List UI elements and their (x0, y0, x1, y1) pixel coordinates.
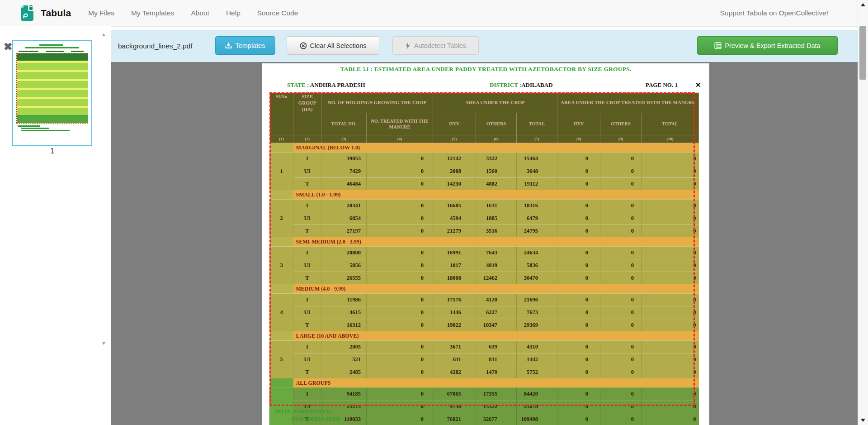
filename-label: background_lines_2.pdf (118, 30, 193, 62)
clear-all-selections-button[interactable]: Clear All Selections (287, 36, 379, 55)
sidebar-scroll-down-icon[interactable]: ▼ (101, 340, 106, 346)
scroll-down-icon[interactable] (861, 419, 865, 422)
vertical-scrollbar[interactable] (858, 0, 868, 425)
thumbnail-note-line (21, 128, 49, 129)
scroll-up-icon[interactable] (861, 3, 865, 6)
district-value: ADILABAD (521, 81, 552, 88)
table-cell: 76821 (433, 413, 476, 425)
templates-label: Templates (235, 42, 265, 49)
thumbnail-page-number: 1 (12, 147, 92, 156)
circle-x-icon (300, 42, 307, 49)
thumbnail-note-line (18, 125, 40, 127)
table-cell: 0 (557, 413, 600, 425)
clear-all-selections-label: Clear All Selections (310, 42, 367, 49)
preview-export-label: Preview & Export Extracted Data (725, 42, 820, 49)
table-selection-overlay[interactable] (269, 92, 695, 406)
thumbnail-text-line (39, 44, 63, 46)
navbar: Tabula My Files My Templates About Help … (0, 0, 868, 27)
nav-about[interactable]: About (191, 9, 209, 17)
nav-help[interactable]: Help (226, 9, 241, 17)
district-field: DISTRICT :ADILABAD (490, 81, 553, 89)
tabula-logo-icon (20, 5, 34, 22)
page-no-label: PAGE NO. 1 (646, 81, 678, 89)
support-link[interactable]: Support Tabula on OpenCollective! (720, 9, 828, 17)
pdf-note-line-2: UI-UNIRRIGATED (292, 416, 340, 423)
thumbnail-note-line (21, 130, 70, 131)
state-field: STATE : ANDHRA PRADESH (287, 81, 365, 89)
templates-button[interactable]: Templates (215, 36, 275, 55)
nav-links: My Files My Templates About Help Source … (88, 9, 315, 17)
page-thumbnail-sidebar: ✖ 1 ▲ ▼ (0, 26, 111, 425)
delete-selection-icon[interactable]: ✕ (695, 81, 701, 89)
pdf-page-canvas[interactable]: TABLE 5J : ESTIMATED AREA UNDER PADDY TR… (262, 63, 709, 425)
table-cell: 32677 (476, 413, 517, 425)
toolbar: background_lines_2.pdf Templates Clear A… (111, 30, 858, 62)
lightning-icon (405, 42, 411, 49)
preview-export-button[interactable]: Preview & Export Extracted Data (697, 36, 838, 55)
table-cell: 0 (367, 413, 433, 425)
table-cell: 0 (642, 413, 699, 425)
thumbnail-text-line (25, 47, 79, 48)
table-cell: 0 (600, 413, 642, 425)
table-cell: 109498 (517, 413, 557, 425)
brand-title: Tabula (41, 8, 71, 19)
state-label: STATE : (287, 81, 309, 88)
nav-my-templates[interactable]: My Templates (131, 9, 174, 17)
save-template-icon (225, 42, 232, 49)
sidebar-scroll-up-icon[interactable]: ▲ (101, 32, 106, 37)
thumbnail-text-line (71, 51, 84, 52)
scrollbar-thumb[interactable] (859, 26, 866, 80)
nav-source-code[interactable]: Source Code (257, 9, 298, 17)
thumbnail-text-line (46, 51, 64, 52)
brand-link[interactable]: Tabula (20, 5, 71, 22)
autodetect-tables-button[interactable]: Autodetect Tables (392, 36, 479, 55)
page-thumbnail[interactable] (12, 40, 92, 146)
table-list-icon (714, 42, 722, 49)
state-value: ANDHRA PRADESH (310, 81, 365, 88)
pdf-note-line-1: NOTE: I-IRRIGATED (275, 408, 330, 415)
pdf-viewer-area: TABLE 5J : ESTIMATED AREA UNDER PADDY TR… (111, 62, 858, 425)
pdf-table-title: TABLE 5J : ESTIMATED AREA UNDER PADDY TR… (262, 66, 709, 73)
thumbnail-text-line (19, 51, 38, 52)
autodetect-tables-label: Autodetect Tables (414, 42, 466, 49)
district-label: DISTRICT : (490, 81, 521, 88)
nav-my-files[interactable]: My Files (88, 9, 114, 17)
thumbnail-selection-outline (16, 53, 88, 124)
remove-file-icon[interactable]: ✖ (4, 42, 12, 52)
thumbnail-table (17, 53, 88, 123)
